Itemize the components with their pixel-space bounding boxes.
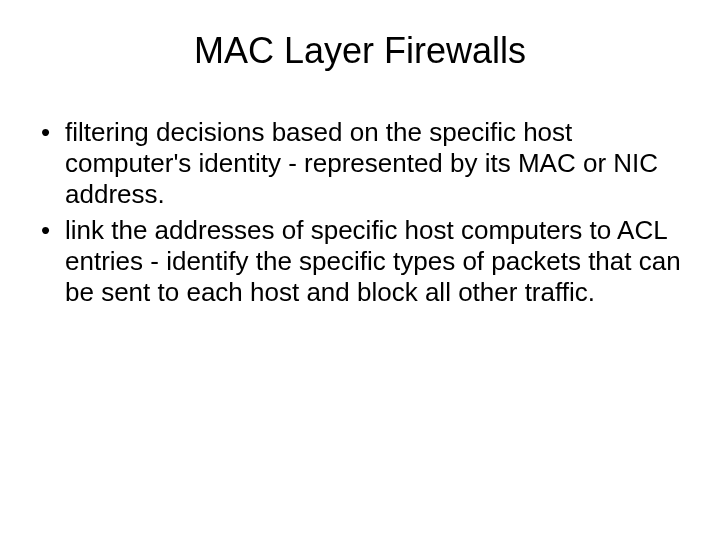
list-item: link the addresses of specific host comp…: [35, 215, 685, 309]
list-item: filtering decisions based on the specifi…: [35, 117, 685, 211]
bullet-list: filtering decisions based on the specifi…: [35, 117, 685, 308]
slide-title: MAC Layer Firewalls: [35, 30, 685, 72]
